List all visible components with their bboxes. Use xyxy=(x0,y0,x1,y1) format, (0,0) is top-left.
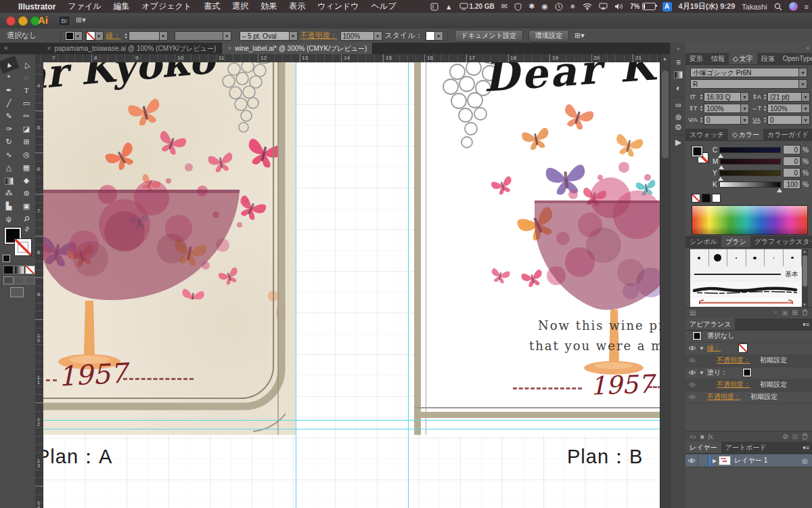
tab-color-guide[interactable]: カラーガイド xyxy=(763,129,812,140)
siri-icon[interactable] xyxy=(789,2,798,11)
dropdown-icon[interactable]: ▾ xyxy=(802,104,810,113)
close-tab-icon[interactable]: × xyxy=(227,45,231,52)
column-graph-tool[interactable]: ▙ xyxy=(0,200,18,213)
tab-info[interactable]: 情報 xyxy=(707,53,729,64)
actions-panel-icon[interactable]: ▶ xyxy=(671,137,686,147)
line-segment-tool[interactable]: ╱ xyxy=(0,97,18,110)
appearance-opacity-label[interactable]: 不透明度： xyxy=(717,356,750,365)
stroke-dropdown-icon[interactable]: ▾ xyxy=(95,31,104,41)
artboard-plan-a[interactable]: ar Kyoko xyxy=(43,62,296,435)
menu-illustrator[interactable]: Illustrator xyxy=(12,2,62,12)
brush-options-icon[interactable]: ▣ xyxy=(782,309,788,316)
clear-appearance-icon[interactable]: ⊘ xyxy=(782,433,788,440)
pinwheel-icon[interactable]: ✱ xyxy=(528,2,535,11)
blend-tool[interactable]: ⁂ xyxy=(0,187,18,200)
pen-tool[interactable]: ✒ xyxy=(0,84,18,97)
variable-width-profile-field[interactable] xyxy=(175,31,223,41)
tracking-stepper[interactable]: ▴▾ xyxy=(764,117,766,123)
brush-item[interactable] xyxy=(709,249,728,266)
fill-color-swatch[interactable] xyxy=(65,31,74,41)
tab-graphic-styles[interactable]: グラフィックスタイル xyxy=(750,236,812,247)
stroke-color-indicator[interactable] xyxy=(14,238,32,256)
tab-artboards[interactable]: アートボード xyxy=(721,442,771,453)
new-brush-icon[interactable]: ⊞ xyxy=(792,309,798,316)
visibility-eye-icon[interactable] xyxy=(685,345,699,351)
menu-object[interactable]: オブジェクト xyxy=(135,1,198,12)
pencil-tool[interactable]: ✏ xyxy=(18,110,35,123)
keyboard-icon[interactable]: ∗ xyxy=(570,2,576,11)
vertical-scrollbar[interactable]: ▲ xyxy=(660,54,671,508)
rectangle-tool[interactable]: ▭ xyxy=(18,97,35,110)
tab-swatches[interactable]: スウォッチ xyxy=(685,129,728,140)
plan-b-label[interactable]: Plan：B xyxy=(567,444,643,471)
notification-center-icon[interactable]: ≡ xyxy=(805,3,809,11)
paintbrush-tool[interactable]: ✎ xyxy=(0,110,18,123)
add-effect-icon[interactable]: fx. xyxy=(708,433,715,440)
perspective-grid-tool[interactable]: △ xyxy=(0,161,18,174)
menu-effect[interactable]: 効果 xyxy=(254,1,283,12)
mesh-tool[interactable]: ▦ xyxy=(18,161,35,174)
appearance-row-stroke[interactable]: ▼ 線： xyxy=(685,342,812,355)
dropdown-icon[interactable]: ▾ xyxy=(802,92,810,102)
tab-transform[interactable]: 変形 xyxy=(685,53,707,64)
stroke-panel-icon[interactable]: ≡ xyxy=(671,58,686,67)
menu-window[interactable]: ウィンドウ xyxy=(311,1,365,12)
automation-panel-icon[interactable]: ⚙ xyxy=(671,123,686,132)
color-fill-indicator[interactable] xyxy=(692,146,703,157)
guide-horizontal-1[interactable] xyxy=(43,420,660,421)
eraser-tool[interactable]: ◪ xyxy=(18,123,35,135)
delete-brush-icon[interactable] xyxy=(802,309,808,317)
vertical-scale-field[interactable]: 100% xyxy=(704,104,741,113)
tab-paragraph[interactable]: 段落 xyxy=(757,53,779,64)
eyedropper-tool[interactable]: ◆ xyxy=(18,174,35,187)
dropdown-icon[interactable]: ▾ xyxy=(799,79,807,89)
tab-brushes[interactable]: ブラシ xyxy=(721,236,750,247)
gradient-tool[interactable] xyxy=(0,174,18,187)
font-family-select[interactable]: 小塚ゴシック Pr6N▾ xyxy=(690,68,807,77)
channel-slider[interactable] xyxy=(720,158,781,165)
opacity-dropdown-icon[interactable]: ▾ xyxy=(374,31,382,41)
panel-menu-icon[interactable]: ▾≡ xyxy=(800,318,812,330)
brush-item-charcoal[interactable] xyxy=(690,282,802,299)
brush-item[interactable] xyxy=(727,249,746,266)
layer-visibility-icon[interactable] xyxy=(685,454,698,467)
channel-value[interactable]: 100 xyxy=(783,179,800,189)
channel-slider[interactable] xyxy=(719,182,781,188)
vertical-scale-stepper[interactable]: ▴▾ xyxy=(700,105,702,112)
channel-value[interactable]: 0 xyxy=(783,156,800,166)
dock-collapse-icon[interactable]: « xyxy=(671,45,686,52)
dropdown-icon[interactable]: ▾ xyxy=(741,115,749,125)
channel-value[interactable]: 0 xyxy=(783,145,800,154)
opacity-label[interactable]: 不透明度： xyxy=(300,30,338,41)
mail-icon[interactable]: ✉ xyxy=(501,2,508,11)
dock-expand-icon[interactable]: » xyxy=(806,45,809,51)
delete-item-icon[interactable] xyxy=(802,433,808,441)
channel-value[interactable]: 0 xyxy=(783,168,800,177)
brush-item[interactable] xyxy=(784,249,803,266)
guide-horizontal-2[interactable] xyxy=(43,429,660,429)
guide-vertical-2[interactable] xyxy=(408,62,409,508)
appearance-stroke-label[interactable]: 線： xyxy=(707,343,721,353)
appearance-row-fill[interactable]: ▼ 塗り： xyxy=(685,366,812,379)
document-tab-papamama[interactable]: × papamama_toiawase.ai @ 100% (CMYK/プレビュ… xyxy=(42,43,223,54)
document-canvas[interactable]: ar Kyoko xyxy=(43,62,660,508)
layer-lock-cell[interactable] xyxy=(698,454,708,467)
variable-width-dropdown-icon[interactable]: ▾ xyxy=(223,31,231,41)
bridge-icon[interactable]: Br xyxy=(58,16,70,26)
shape-builder-tool[interactable]: ◎ xyxy=(18,148,35,161)
document-setup-button[interactable]: ドキュメント設定 xyxy=(455,30,523,42)
color-spectrum-bar[interactable] xyxy=(692,205,808,235)
visibility-eye-icon[interactable] xyxy=(685,358,699,363)
layer-thumbnail[interactable] xyxy=(719,456,731,465)
layer-name[interactable]: レイヤー 1 xyxy=(734,456,767,465)
layer-target-icon[interactable]: ◎ xyxy=(802,457,808,465)
brush-item[interactable] xyxy=(765,249,784,266)
stroke-weight-stepper[interactable]: ▴▾ xyxy=(125,33,127,39)
tabbar-collapse-icon[interactable]: « xyxy=(0,43,12,54)
fill-dropdown-icon[interactable]: ▾ xyxy=(74,31,83,41)
leading-field[interactable]: (21 pt) xyxy=(767,92,802,102)
tab-symbols[interactable]: シンボル xyxy=(685,236,721,247)
style-swatch[interactable] xyxy=(426,31,435,41)
draw-behind-mode-button[interactable] xyxy=(14,276,24,284)
free-transform-tool[interactable]: ⊞ xyxy=(18,135,35,148)
